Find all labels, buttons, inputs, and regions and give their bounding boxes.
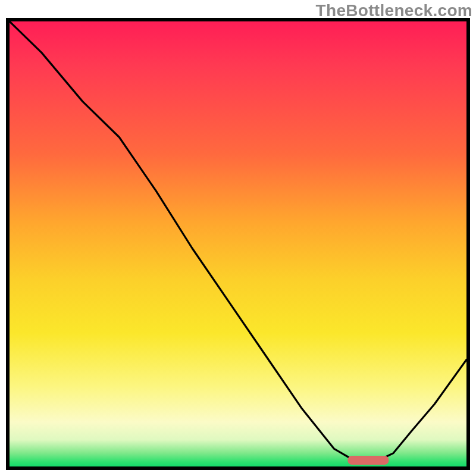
optimal-range-marker — [347, 456, 389, 465]
plot-area — [6, 18, 470, 470]
chart-svg — [10, 21, 466, 466]
bottleneck-curve — [10, 21, 466, 462]
chart-container: TheBottleneck.com — [0, 0, 476, 476]
